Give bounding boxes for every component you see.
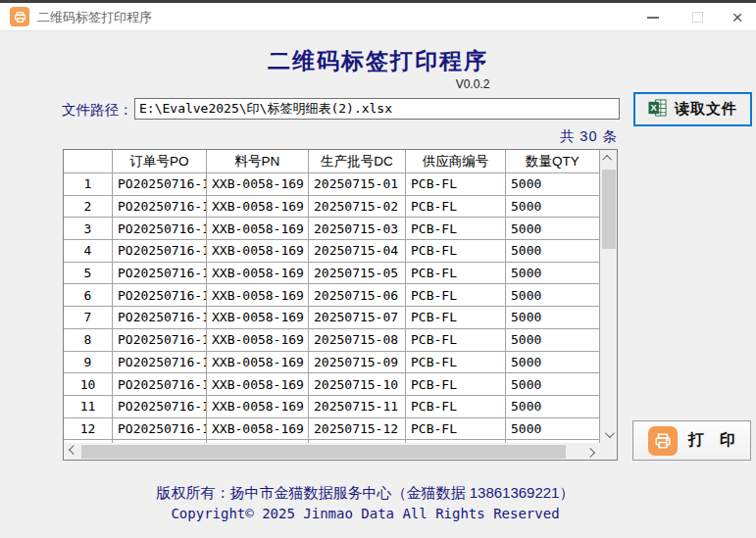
- table-cell: PCB-FL: [406, 396, 506, 418]
- table-row[interactable]: 10PO20250716-111XXB-0058-16920250715-10P…: [64, 373, 600, 396]
- table-cell: PO20250716-111: [113, 329, 207, 352]
- copyright-line-en: Copyright© 2025 Jinmao Data All Rights R…: [0, 506, 731, 521]
- vertical-scrollbar[interactable]: [600, 150, 617, 443]
- app-printer-icon: [10, 7, 29, 26]
- table-cell: PCB-FL: [406, 352, 506, 374]
- table-cell: PO20250716-111: [113, 284, 207, 307]
- horizontal-scrollbar[interactable]: [64, 443, 600, 460]
- table-row[interactable]: 8PO20250716-111XXB-0058-16920250715-08PC…: [64, 329, 600, 352]
- print-button[interactable]: 打 印: [632, 420, 751, 461]
- table-cell: 12: [64, 418, 113, 441]
- table-cell: XXB-0058-169: [207, 196, 309, 219]
- minimize-button[interactable]: [636, 3, 670, 31]
- table-cell: 5000: [506, 418, 600, 441]
- scroll-down-icon[interactable]: [600, 426, 617, 443]
- table-cell: XXB-0058-169: [207, 373, 309, 396]
- table-cell: 20250715-09: [309, 352, 406, 374]
- table-cell: 5000: [506, 263, 600, 285]
- table-cell: 20250715-04: [309, 240, 406, 263]
- close-button[interactable]: ×: [721, 3, 754, 31]
- table-cell: 6: [64, 284, 113, 307]
- vertical-scroll-thumb[interactable]: [602, 170, 616, 249]
- table-cell: XXB-0058-169: [207, 218, 309, 240]
- table-cell: PCB-FL: [406, 173, 506, 196]
- header-qty[interactable]: 数量QTY: [506, 150, 600, 172]
- table-cell: 20250715-05: [309, 263, 406, 285]
- table-cell: 20250715-08: [309, 329, 406, 352]
- table-cell: 5000: [506, 352, 600, 374]
- table-cell: PO20250716-111: [113, 240, 207, 263]
- table-cell: 11: [64, 396, 113, 418]
- table-cell: PO20250716-111: [113, 307, 207, 329]
- data-grid: 订单号PO 料号PN 生产批号DC 供应商编号 数量QTY 1PO2025071…: [63, 149, 618, 461]
- table-cell: PCB-FL: [406, 263, 506, 285]
- table-cell: 5000: [506, 240, 600, 263]
- table-row[interactable]: 2PO20250716-111XXB-0058-16920250715-02PC…: [64, 196, 600, 219]
- maximize-button[interactable]: [680, 3, 714, 31]
- table-cell: XXB-0058-169: [207, 173, 309, 196]
- table-cell: 5: [64, 263, 113, 285]
- table-row[interactable]: 7PO20250716-111XXB-0058-16920250715-07PC…: [64, 307, 600, 329]
- record-count: 共 30 条: [560, 127, 618, 146]
- table-cell: XXB-0058-169: [207, 418, 309, 441]
- table-cell: 3: [64, 218, 113, 240]
- read-file-label: 读取文件: [675, 100, 737, 119]
- table-cell: PO20250716-111: [113, 396, 207, 418]
- table-cell: PO20250716-111: [113, 173, 207, 196]
- table-cell: 20250715-01: [309, 173, 406, 196]
- table-cell: 4: [64, 240, 113, 263]
- table-cell: 5000: [506, 307, 600, 329]
- table-cell: PCB-FL: [406, 240, 506, 263]
- table-cell: 9: [64, 352, 113, 374]
- page-title: 二维码标签打印程序: [0, 46, 756, 76]
- table-cell: PCB-FL: [406, 307, 506, 329]
- table-cell: PCB-FL: [406, 218, 506, 240]
- table-row[interactable]: 4PO20250716-111XXB-0058-16920250715-04PC…: [64, 240, 600, 263]
- table-cell: PCB-FL: [406, 284, 506, 307]
- table-cell: 2: [64, 196, 113, 219]
- print-label: 打 印: [688, 430, 735, 451]
- header-po[interactable]: 订单号PO: [113, 150, 207, 172]
- table-row[interactable]: 12PO20250716-111XXB-0058-16920250715-12P…: [64, 418, 600, 441]
- table-row[interactable]: 1PO20250716-111XXB-0058-16920250715-01PC…: [64, 173, 600, 196]
- header-pn[interactable]: 料号PN: [207, 150, 309, 172]
- table-cell: PO20250716-111: [113, 218, 207, 240]
- file-path-label: 文件路径：: [62, 101, 133, 120]
- table-cell: 20250715-03: [309, 218, 406, 240]
- table-cell: 5000: [506, 284, 600, 307]
- header-dc[interactable]: 生产批号DC: [309, 150, 406, 172]
- table-cell: 5000: [506, 373, 600, 396]
- header-index: [64, 150, 113, 172]
- scroll-up-icon[interactable]: [600, 150, 617, 167]
- scroll-right-icon[interactable]: [583, 443, 600, 460]
- copyright-line-cn: 版权所有：扬中市金猫数据服务中心（金猫数据 13861369221）: [0, 484, 731, 503]
- file-path-input[interactable]: [134, 98, 620, 120]
- table-cell: PO20250716-111: [113, 418, 207, 441]
- table-row[interactable]: 11PO20250716-111XXB-0058-16920250715-11P…: [64, 396, 600, 418]
- table-cell: XXB-0058-169: [207, 396, 309, 418]
- table-cell: PO20250716-111: [113, 263, 207, 285]
- excel-icon: X: [648, 99, 667, 121]
- horizontal-scroll-thumb[interactable]: [81, 445, 566, 459]
- table-cell: PO20250716-111: [113, 373, 207, 396]
- table-cell: XXB-0058-169: [207, 352, 309, 374]
- table-row[interactable]: 3PO20250716-111XXB-0058-16920250715-03PC…: [64, 218, 600, 240]
- table-cell: XXB-0058-169: [207, 263, 309, 285]
- table-cell: 8: [64, 329, 113, 352]
- grid-body: 1PO20250716-111XXB-0058-16920250715-01PC…: [64, 173, 600, 443]
- table-row[interactable]: 6PO20250716-111XXB-0058-16920250715-06PC…: [64, 284, 600, 307]
- scroll-left-icon[interactable]: [64, 443, 80, 460]
- table-cell: PCB-FL: [406, 329, 506, 352]
- table-cell: 5000: [506, 218, 600, 240]
- table-cell: PCB-FL: [406, 373, 506, 396]
- read-file-button[interactable]: X 读取文件: [633, 92, 752, 126]
- table-cell: 20250715-06: [309, 284, 406, 307]
- svg-text:X: X: [651, 102, 658, 113]
- table-row[interactable]: 5PO20250716-111XXB-0058-16920250715-05PC…: [64, 263, 600, 285]
- header-supplier[interactable]: 供应商编号: [406, 150, 506, 172]
- table-row[interactable]: 9PO20250716-111XXB-0058-16920250715-09PC…: [64, 352, 600, 374]
- grid-header-row: 订单号PO 料号PN 生产批号DC 供应商编号 数量QTY: [64, 150, 600, 173]
- table-cell: 20250715-07: [309, 307, 406, 329]
- table-cell: PO20250716-111: [113, 196, 207, 219]
- table-cell: 5000: [506, 173, 600, 196]
